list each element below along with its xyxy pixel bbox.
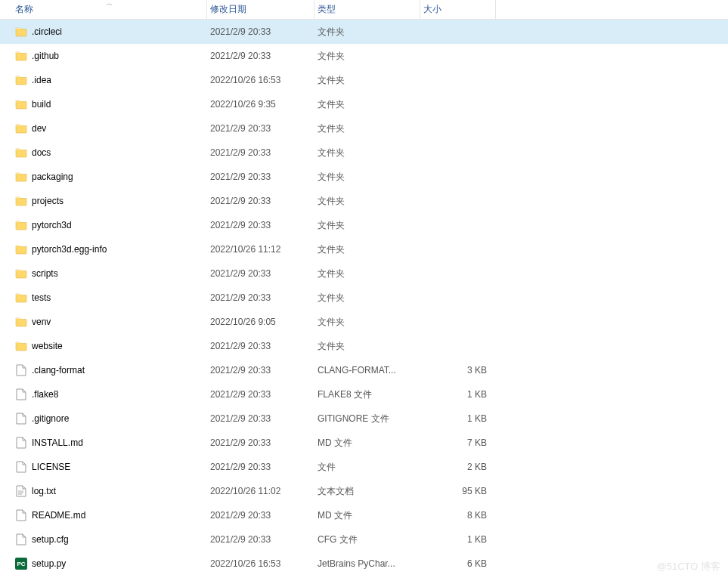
file-row[interactable]: LICENSE2021/2/9 20:33文件2 KB (0, 455, 728, 479)
file-name: log.txt (32, 486, 56, 496)
file-type-cell: 文件夹 (314, 267, 420, 280)
file-date-cell: 2021/2/9 20:33 (207, 413, 314, 424)
file-row[interactable]: venv2022/10/26 9:05文件夹 (0, 310, 728, 334)
file-name: .clang-format (32, 365, 85, 376)
folder-icon (15, 243, 27, 255)
folder-icon (15, 316, 27, 328)
file-type-cell: 文件夹 (314, 122, 420, 135)
file-row[interactable]: scripts2021/2/9 20:33文件夹 (0, 261, 728, 286)
file-name: packaging (32, 172, 73, 182)
column-header-name[interactable]: ︿ 名称 (12, 0, 207, 19)
text-file-icon (15, 485, 27, 497)
file-type-cell: 文件夹 (314, 292, 420, 304)
file-size-cell: 8 KB (420, 510, 496, 521)
folder-icon (15, 50, 27, 62)
file-row[interactable]: projects2021/2/9 20:33文件夹 (0, 189, 728, 213)
file-row[interactable]: build2022/10/26 9:35文件夹 (0, 92, 728, 116)
file-name: tests (32, 292, 51, 303)
file-date-cell: 2021/2/9 20:33 (207, 510, 314, 521)
file-row[interactable]: .circleci2021/2/9 20:33文件夹 (0, 20, 728, 44)
sort-ascending-icon: ︿ (12, 0, 206, 8)
file-date-cell: 2021/2/9 20:33 (207, 437, 314, 448)
file-name-cell: INSTALL.md (12, 437, 207, 449)
file-name-cell: .circleci (12, 26, 207, 38)
file-row[interactable]: log.txt2022/10/26 11:02文本文档95 KB (0, 479, 728, 503)
file-name-cell: pytorch3d.egg-info (12, 243, 207, 255)
file-icon (15, 461, 27, 473)
folder-icon (15, 98, 27, 110)
file-date-cell: 2021/2/9 20:33 (207, 534, 314, 545)
file-type-cell: 文件夹 (314, 243, 420, 256)
file-date-cell: 2021/2/9 20:33 (207, 389, 314, 400)
file-name-cell: .github (12, 50, 207, 62)
file-row[interactable]: website2021/2/9 20:33文件夹 (0, 334, 728, 358)
file-date-cell: 2021/2/9 20:33 (207, 462, 314, 472)
file-row[interactable]: setup.cfg2021/2/9 20:33CFG 文件1 KB (0, 527, 728, 552)
file-name: projects (32, 196, 64, 206)
file-name-cell: .idea (12, 74, 207, 86)
file-row[interactable]: PCsetup.py2022/10/26 16:53JetBrains PyCh… (0, 552, 728, 576)
file-name: .idea (32, 75, 51, 85)
file-icon (15, 388, 27, 400)
column-header-type-label: 类型 (318, 3, 336, 16)
file-row[interactable]: .flake82021/2/9 20:33FLAKE8 文件1 KB (0, 382, 728, 406)
file-icon (15, 413, 27, 425)
file-name-cell: .flake8 (12, 388, 207, 400)
file-name-cell: website (12, 340, 207, 352)
file-date-cell: 2022/10/26 16:53 (207, 75, 314, 85)
file-name: setup.cfg (32, 534, 69, 545)
file-size-cell: 6 KB (420, 558, 496, 569)
file-name-cell: .clang-format (12, 364, 207, 376)
file-row[interactable]: docs2021/2/9 20:33文件夹 (0, 141, 728, 165)
file-name: pytorch3d.egg-info (32, 244, 107, 255)
file-name-cell: dev (12, 122, 207, 134)
file-name-cell: packaging (12, 171, 207, 183)
file-name: build (32, 99, 51, 110)
file-list: ︿ 名称 修改日期 类型 大小 .circleci2021/2/9 20:33文… (0, 0, 728, 576)
file-row[interactable]: dev2021/2/9 20:33文件夹 (0, 116, 728, 141)
file-type-cell: CFG 文件 (314, 533, 420, 546)
file-row[interactable]: pytorch3d.egg-info2022/10/26 11:12文件夹 (0, 237, 728, 261)
file-size-cell: 2 KB (420, 462, 496, 472)
file-size-cell: 3 KB (420, 365, 496, 376)
file-name-cell: scripts (12, 267, 207, 280)
folder-icon (15, 122, 27, 134)
file-type-cell: 文件夹 (314, 98, 420, 111)
file-name-cell: build (12, 98, 207, 110)
file-size-cell: 1 KB (420, 413, 496, 424)
file-row[interactable]: pytorch3d2021/2/9 20:33文件夹 (0, 213, 728, 237)
file-type-cell: 文件夹 (314, 171, 420, 184)
file-name-cell: log.txt (12, 485, 207, 497)
folder-icon (15, 195, 27, 207)
file-row[interactable]: .idea2022/10/26 16:53文件夹 (0, 68, 728, 92)
column-header-type[interactable]: 类型 (314, 0, 420, 19)
file-date-cell: 2021/2/9 20:33 (207, 341, 314, 351)
file-name: website (32, 341, 63, 351)
file-row[interactable]: tests2021/2/9 20:33文件夹 (0, 286, 728, 310)
file-date-cell: 2022/10/26 11:02 (207, 486, 314, 496)
file-row[interactable]: INSTALL.md2021/2/9 20:33MD 文件7 KB (0, 431, 728, 455)
column-header-date[interactable]: 修改日期 (207, 0, 314, 19)
file-type-cell: 文件夹 (314, 195, 420, 208)
folder-icon (15, 147, 27, 159)
file-date-cell: 2022/10/26 11:12 (207, 244, 314, 255)
file-date-cell: 2021/2/9 20:33 (207, 220, 314, 230)
file-type-cell: CLANG-FORMAT... (314, 365, 420, 376)
file-name: LICENSE (32, 462, 70, 472)
file-icon (15, 437, 27, 449)
file-name: .flake8 (32, 389, 58, 400)
file-row[interactable]: .clang-format2021/2/9 20:33CLANG-FORMAT.… (0, 358, 728, 382)
file-size-cell: 1 KB (420, 534, 496, 545)
file-row[interactable]: README.md2021/2/9 20:33MD 文件8 KB (0, 503, 728, 527)
column-header-size[interactable]: 大小 (420, 0, 496, 19)
pycharm-icon: PC (15, 558, 27, 570)
file-row[interactable]: .gitignore2021/2/9 20:33GITIGNORE 文件1 KB (0, 406, 728, 431)
file-type-cell: GITIGNORE 文件 (314, 413, 420, 425)
file-name: dev (32, 123, 46, 134)
file-row[interactable]: packaging2021/2/9 20:33文件夹 (0, 165, 728, 189)
file-name: INSTALL.md (32, 437, 83, 448)
file-row[interactable]: .github2021/2/9 20:33文件夹 (0, 44, 728, 68)
file-name-cell: .gitignore (12, 413, 207, 425)
folder-icon (15, 171, 27, 183)
file-type-cell: 文件 (314, 461, 420, 474)
